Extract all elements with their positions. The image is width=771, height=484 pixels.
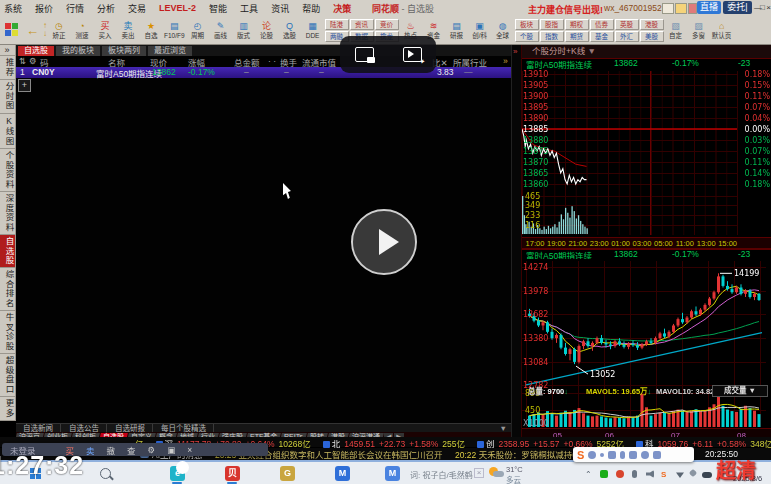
toolbar-btn-美股[interactable]: 美股 [640,31,664,42]
close-icon[interactable]: × [474,468,484,478]
hot-search-word[interactable]: 词: 祝子白/毛然鹤 [410,469,473,480]
menu-分析[interactable]: 分析 [97,2,115,15]
toolbar-pair-债券[interactable]: 债券基金 [590,16,614,44]
play-button[interactable] [351,209,417,275]
bell-icon[interactable] [675,3,687,14]
toolbar-pair-期权[interactable]: 期权期货 [565,16,589,44]
watchlist-tab-板块两列[interactable]: 板块两列 [102,46,146,56]
live-button[interactable]: 直播 [697,1,721,14]
news-item[interactable]: 亚太经合组织数字和人工智能部长会议在韩国仁川召开 [239,450,443,460]
toolbar-btn-全球[interactable]: ◍全球 [492,16,514,44]
toolbar-btn-港股[interactable]: 港股 [640,19,664,30]
video-area[interactable] [16,45,511,423]
mini-player-icon[interactable] [355,47,374,62]
toolbar-btn-竞价[interactable]: 竞价 [375,19,399,30]
menu-行情[interactable]: 行情 [66,2,84,15]
restore-button[interactable]: □ [760,1,765,14]
toolbar-btn-指数[interactable]: 指数 [540,31,564,42]
toolbar-btn-基金[interactable]: 基金 [590,31,614,42]
pin-icon[interactable]: » [503,56,508,66]
emoji-icon[interactable] [608,451,616,459]
toolbar-pair-股指[interactable]: 股指指数 [540,16,564,44]
home-grid-icon[interactable] [5,23,19,37]
toolbar-btn-论股[interactable]: 论论股 [256,16,278,44]
watchlist-tab-我的板块[interactable]: 我的板块 [56,46,100,56]
toolbar-btn-资讯[interactable]: 资讯 [350,19,374,30]
toolbar-btn-测速[interactable]: ◔测速 [71,16,93,44]
volume-selector[interactable]: 成交量 ▼ [712,385,768,397]
sogou-tray-icon[interactable]: S [661,470,666,479]
message-icon[interactable] [662,3,674,14]
toolbar-btn-自选[interactable]: ★自选 [140,16,162,44]
sidebar-item-分时图[interactable]: 分时图 [0,80,16,114]
toolbar-btn-研报[interactable]: ▤研报 [446,16,468,44]
col-dots[interactable]: · · [268,56,276,66]
toolbar-btn-卖出[interactable]: 卖卖出 [117,16,139,44]
toolbar-btn-债券[interactable]: 债券 [590,19,614,30]
cancel-order-button[interactable]: 撤 [107,444,116,456]
sidebar-item-K线图[interactable]: K线图 [0,114,16,149]
menu-LEVEL-2[interactable]: LEVEL-2 [159,3,196,13]
taskbar-app-shell[interactable]: 贝 [225,466,240,481]
toolbar-btn-多窗[interactable]: ▨多窗 [688,16,710,44]
toolbar-btn-周期[interactable]: ◴周期 [187,16,209,44]
toolbar-btn-买入[interactable]: 买买入 [94,16,116,44]
toolbar-btn-期货[interactable]: 期货 [565,31,589,42]
query-button[interactable]: 查 [127,444,136,456]
taskbar-app-m1[interactable]: M [335,466,350,481]
toolbar-btn-矫正[interactable]: ◷矫正 [48,16,70,44]
wifi-icon[interactable] [676,470,684,478]
sidebar-item-推荐[interactable]: 推荐 [0,56,16,80]
menu-报价[interactable]: 报价 [35,2,53,15]
smart-play-icon[interactable]: ✦ [403,47,422,62]
speaker-icon[interactable] [646,470,654,478]
weather-temp[interactable]: 31°C [506,465,523,474]
menu-系统[interactable]: 系统 [4,2,22,15]
phone-icon[interactable] [616,470,624,478]
menu-帮助[interactable]: 帮助 [302,2,320,15]
toolbar-btn-板块[interactable]: 板块 [515,19,539,30]
close-button[interactable]: × [766,1,771,14]
menu-资讯[interactable]: 资讯 [271,2,289,15]
taskbar-app-finance[interactable]: G [280,466,295,481]
toolbar-pair-港股[interactable]: 港股美股 [640,16,664,44]
signal-alert[interactable]: 主力建仓信号出现! [528,3,603,16]
sidebar-item-自选股[interactable]: 自选股 [0,235,16,269]
sidebar-item-超级盘口[interactable]: 超级盘口 [0,354,16,397]
toolbar-btn-股指[interactable]: 股指 [540,19,564,30]
intraday-chart[interactable] [522,69,771,237]
toolbar-btn-外汇[interactable]: 外汇 [615,31,639,42]
toolbar-btn-DDE[interactable]: ▦DDE [302,16,324,44]
video-quality-badge[interactable]: 超清 [716,455,756,484]
sidebar-collapse-icon[interactable]: » [0,45,16,56]
dark-cloud-icon[interactable] [702,472,712,478]
back-icon[interactable]: ← [26,23,39,38]
watchlist-tab-最近浏览[interactable]: 最近浏览 [148,46,192,56]
sidebar-item-深度资料[interactable]: 深度资料 [0,192,16,235]
toolbar-btn-选股[interactable]: Q选股 [279,16,301,44]
sort-icon[interactable]: ⇅ [19,56,26,66]
gear-icon[interactable]: ⚙ [29,56,37,66]
updown-icons[interactable]: ↑↓ [43,16,47,44]
toolbox-icon[interactable] [653,451,661,459]
toolbar-pair-板块[interactable]: 板块个股 [515,16,539,44]
sidebar-item-综合排名[interactable]: 综合排名 [0,268,16,311]
menu-工具[interactable]: 工具 [240,2,258,15]
close-icon[interactable]: × [187,445,192,455]
toolbar-btn-画线[interactable]: ✎画线 [210,16,232,44]
sell-button[interactable]: 卖 [86,444,95,456]
tray-expand-icon[interactable]: ⌃ [585,470,592,479]
toolbar-btn-自定[interactable]: ▧自定 [665,16,687,44]
toolbar-btn-创/科[interactable]: ▣创/科 [469,16,491,44]
user-icon[interactable] [641,451,649,459]
toolbar-pair-英股[interactable]: 英股外汇 [615,16,639,44]
menu-交易[interactable]: 交易 [128,2,146,15]
weather-desc[interactable]: 多云 [506,474,521,484]
sidebar-item-个股资料[interactable]: 个股资料 [0,149,16,192]
mic-icon[interactable] [620,451,625,459]
minimize-button[interactable]: — [754,1,759,14]
toolbar-btn-默认页[interactable]: ⌂默认页 [711,16,733,44]
toolbar-btn-个股[interactable]: 个股 [515,31,539,42]
chart-view-tab[interactable]: 个股分时+K线 ▼ [522,45,771,59]
toolbar-btn-陆港[interactable]: 陆港 [325,19,349,30]
